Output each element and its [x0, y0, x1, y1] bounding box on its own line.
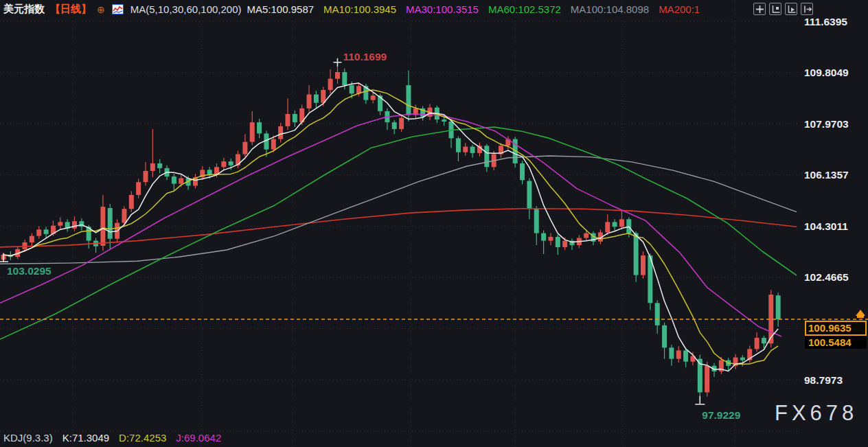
kdj-params-label: KDJ(9.3.3): [3, 432, 53, 444]
axis-price-label: 107.9703: [804, 118, 849, 130]
axis-price-label: 109.8049: [804, 67, 849, 78]
ma-values-row: MA5:100.9587MA10:100.3945MA30:100.3515MA…: [247, 3, 710, 15]
ma-value: MA30:100.3515: [406, 3, 479, 15]
current-price-tag: 100.9635: [805, 321, 867, 336]
kdj-j-value: J:69.0642: [176, 432, 221, 444]
pan-right-icon[interactable]: [801, 3, 813, 15]
ma-value: MA200:1: [659, 3, 700, 15]
mini-line-chart-icon[interactable]: [112, 4, 124, 14]
period-label[interactable]: 【日线】: [50, 3, 91, 16]
price-annotation: 103.0295: [7, 265, 52, 277]
candlestick-chart[interactable]: 111.6395109.8049107.9703106.1357104.3011…: [0, 0, 868, 447]
price-annotation: 110.1699: [343, 51, 387, 62]
kdj-k-value: K:71.3049: [62, 432, 109, 444]
axis-scale-icon[interactable]: [769, 3, 781, 15]
symbol-title: 美元指数: [3, 3, 45, 16]
ma-value: MA10:100.3945: [323, 3, 396, 15]
price-annotation: 97.9229: [702, 409, 740, 421]
axis-price-label: 106.1357: [804, 169, 849, 181]
axis-play-icon[interactable]: [785, 3, 797, 15]
axis-price-label: 104.3011: [804, 220, 848, 232]
secondary-price-tag: 100.5484: [805, 336, 867, 349]
ma-value: MA5:100.9587: [247, 3, 315, 15]
ma-value: MA100:104.8098: [571, 3, 649, 15]
chart-toolbar: [753, 3, 813, 15]
dollar-index-chart-app: 111.6395109.8049107.9703106.1357104.3011…: [0, 0, 868, 447]
axis-price-label: 102.4665: [804, 271, 849, 283]
ma-settings-label[interactable]: MA(5,10,30,60,100,200): [130, 3, 242, 15]
axis-price-label: 98.7973: [804, 374, 843, 386]
compare-plus-icon[interactable]: ⊕: [97, 5, 105, 14]
move-crosshair-icon[interactable]: [753, 3, 766, 15]
ma-value: MA60:102.5372: [488, 3, 561, 15]
watermark: FX678: [775, 401, 858, 426]
kdj-footer: KDJ(9.3.3) K:71.3049 D:72.4253 J:69.0642: [3, 432, 221, 444]
price-up-arrow-icon: [856, 310, 865, 316]
kdj-d-value: D:72.4253: [119, 432, 166, 444]
chart-header: 美元指数 【日线】 ⊕ MA(5,10,30,60,100,200) MA5:1…: [3, 3, 709, 16]
axis-price-label: 111.6395: [804, 16, 847, 27]
